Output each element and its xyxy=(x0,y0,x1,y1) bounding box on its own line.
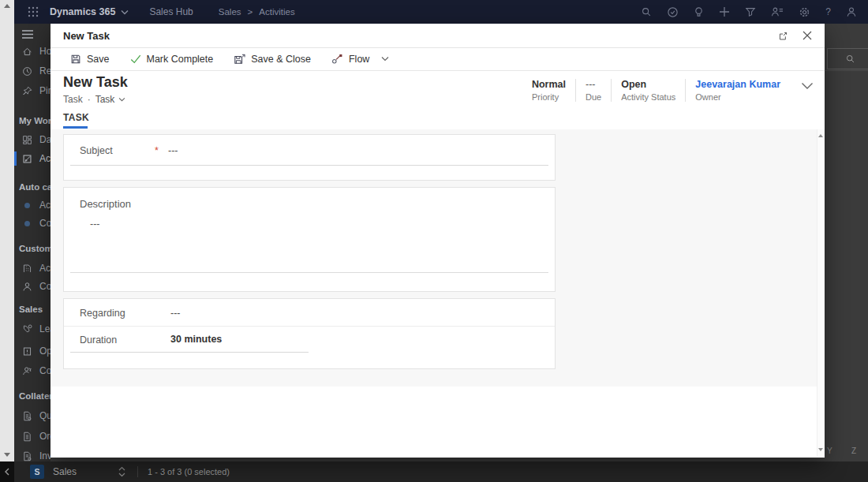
task-icon xyxy=(22,154,32,164)
flow-button[interactable]: Flow xyxy=(321,47,399,70)
sitemap-toggle-button[interactable] xyxy=(14,25,51,43)
sidebar-item-pinned[interactable]: Pinned xyxy=(14,82,51,99)
sidebar-item-accounts[interactable]: Accounts xyxy=(14,260,51,277)
collapse-panel-button[interactable] xyxy=(0,461,14,482)
hub-name[interactable]: Sales Hub xyxy=(149,6,193,17)
header-fields: Normal Priority --- Due Open Activity St… xyxy=(522,79,790,102)
divider xyxy=(825,70,868,71)
description-value[interactable]: --- xyxy=(90,219,100,230)
popout-icon[interactable] xyxy=(778,31,788,41)
dialog-titlebar: New Task xyxy=(51,24,825,48)
doc-quote-icon xyxy=(22,411,32,421)
app-badge: S xyxy=(30,465,44,479)
filter-icon[interactable] xyxy=(745,6,756,17)
subject-value[interactable]: --- xyxy=(168,145,178,156)
tab-task[interactable]: TASK xyxy=(63,112,89,123)
quick-create-plus-icon[interactable] xyxy=(719,6,730,17)
header-expand-chevron[interactable] xyxy=(801,82,814,90)
mark-complete-button[interactable]: Mark Complete xyxy=(120,47,224,70)
search-icon[interactable] xyxy=(641,6,652,17)
record-title: New Task xyxy=(63,74,128,91)
description-section: Description --- xyxy=(63,187,556,292)
sidebar-item-recent[interactable]: Recent xyxy=(14,62,51,80)
required-asterisk: * xyxy=(155,145,159,156)
scroll-down-icon[interactable] xyxy=(4,453,10,457)
sidebar-section-auto-capture: Auto capture xyxy=(19,180,51,194)
header-field-due[interactable]: --- Due xyxy=(576,79,612,102)
breadcrumb-area[interactable]: Sales xyxy=(219,7,241,17)
form-selector[interactable]: Task xyxy=(95,94,126,105)
navbar-icons: ? xyxy=(641,6,857,18)
sidebar-item-activities[interactable]: Activities xyxy=(14,150,51,167)
account-person-icon[interactable] xyxy=(846,6,857,17)
sidebar-item-dashboards[interactable]: Dashboards xyxy=(14,131,51,148)
sidebar-item-leads[interactable]: Leads xyxy=(14,320,51,338)
sidebar-item-invoices[interactable]: Invoices xyxy=(14,447,51,461)
input-underline xyxy=(70,272,548,273)
subject-label: Subject xyxy=(80,145,113,156)
app-title[interactable]: Dynamics 365 xyxy=(50,6,115,17)
check-icon xyxy=(130,54,141,64)
header-field-owner[interactable]: Jeevarajan Kumar Owner xyxy=(686,79,790,102)
entity-type: Task xyxy=(63,94,83,105)
input-underline xyxy=(70,352,309,353)
pin-icon xyxy=(22,86,32,96)
sidebar-section-customers: Customers xyxy=(19,241,51,256)
top-navbar: Dynamics 365 Sales Hub Sales > Activitie… xyxy=(14,0,868,24)
save-button[interactable]: Save xyxy=(60,47,120,70)
lightbulb-icon[interactable] xyxy=(694,6,704,18)
screen: Dynamics 365 Sales Hub Sales > Activitie… xyxy=(0,0,868,482)
header-field-activity-status[interactable]: Open Activity Status xyxy=(612,79,686,102)
flow-icon xyxy=(331,54,343,64)
sidebar-item-contacts[interactable]: Contacts xyxy=(14,278,51,295)
chevron-down-icon[interactable] xyxy=(121,9,129,15)
chevron-down-icon xyxy=(381,56,389,62)
check-circle-icon[interactable] xyxy=(667,6,679,18)
header-field-priority[interactable]: Normal Priority xyxy=(522,79,576,102)
window-scrollbar[interactable] xyxy=(0,0,14,461)
record-navigator[interactable] xyxy=(118,466,126,477)
regarding-value[interactable]: --- xyxy=(170,308,181,319)
breadcrumb-page[interactable]: Activities xyxy=(259,7,294,17)
grid-search-box[interactable] xyxy=(827,48,868,69)
subtitle-separator: · xyxy=(88,94,91,105)
sitemap-sidebar: Home Recent Pinned My Work Dashboards Ac… xyxy=(14,24,51,461)
jump-letter-y[interactable]: Y xyxy=(827,447,832,455)
sidebar-item-home[interactable]: Home xyxy=(14,43,51,60)
doc-invoice-icon xyxy=(22,451,32,461)
sidebar-item-quotes[interactable]: Quotes xyxy=(14,407,51,424)
scroll-up-icon[interactable] xyxy=(4,4,10,8)
regarding-label: Regarding xyxy=(80,308,125,319)
chevron-down-icon xyxy=(801,82,814,90)
details-section: Regarding --- Duration 30 minutes xyxy=(63,298,556,369)
sidebar-item-auto-activities[interactable]: Activities xyxy=(14,196,51,214)
user-request-icon[interactable] xyxy=(771,6,784,17)
help-icon[interactable]: ? xyxy=(825,6,831,17)
dialog-scrollbar[interactable] xyxy=(817,129,825,456)
waffle-icon[interactable] xyxy=(28,6,39,17)
record-range: 1 - 3 of 3 (0 selected) xyxy=(148,467,230,476)
lead-phone-icon xyxy=(22,324,32,334)
clock-icon xyxy=(22,66,32,77)
gear-icon[interactable] xyxy=(799,6,810,18)
dashboard-icon xyxy=(22,135,32,145)
home-icon xyxy=(22,47,32,57)
sidebar-item-auto-contacts[interactable]: Contacts xyxy=(14,215,51,232)
sidebar-item-opportunities[interactable]: Opportunities xyxy=(14,342,51,360)
jump-letter-z[interactable]: Z xyxy=(851,447,856,455)
save-and-close-button[interactable]: Save & Close xyxy=(223,47,321,70)
save-close-icon xyxy=(234,54,245,65)
doc-order-icon xyxy=(22,432,32,442)
duration-value[interactable]: 30 minutes xyxy=(170,334,222,345)
scroll-up-icon[interactable] xyxy=(818,134,823,137)
dot-icon xyxy=(24,203,30,208)
sidebar-item-competitors[interactable]: Competitors xyxy=(14,362,51,379)
breadcrumb: Sales > Activities xyxy=(219,7,295,17)
divider xyxy=(137,466,138,477)
close-icon[interactable] xyxy=(803,31,812,40)
save-icon xyxy=(70,54,81,65)
sidebar-item-orders[interactable]: Orders xyxy=(14,428,51,445)
scroll-down-icon[interactable] xyxy=(818,448,823,451)
owner-link[interactable]: Jeevarajan Kumar xyxy=(695,79,780,90)
building-icon xyxy=(22,263,32,274)
